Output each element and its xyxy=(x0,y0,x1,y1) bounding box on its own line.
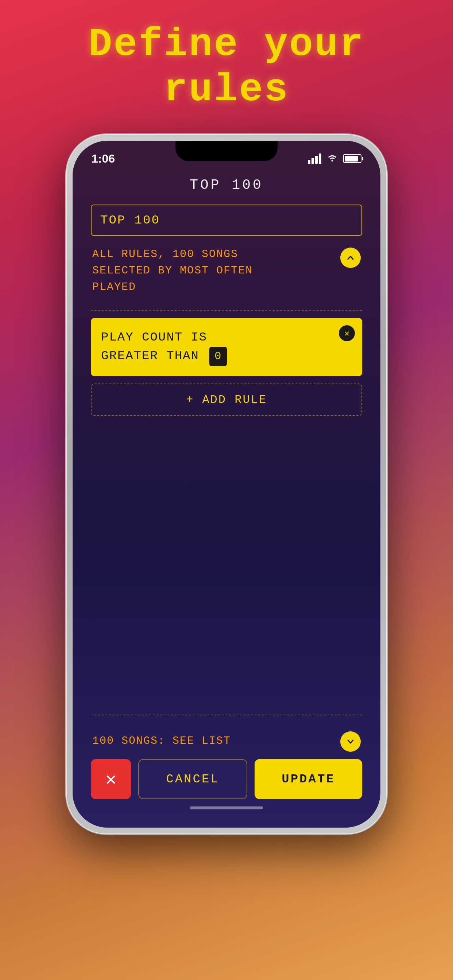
phone-frame: 1:06 xyxy=(66,134,387,834)
delete-icon: ✕ xyxy=(105,768,116,791)
status-icons xyxy=(308,153,362,165)
header-line1: Define your xyxy=(89,22,365,67)
action-buttons: ✕ CANCEL UPDATE xyxy=(91,759,362,799)
dashed-separator xyxy=(91,310,362,310)
delete-button[interactable]: ✕ xyxy=(91,759,131,799)
add-rule-button[interactable]: + ADD RULE xyxy=(91,383,362,416)
signal-strength-icon xyxy=(308,153,321,164)
rules-summary: ALL RULES, 100 SONGS SELECTED BY MOST OF… xyxy=(91,246,362,295)
wifi-icon xyxy=(327,153,338,165)
rule-value-badge[interactable]: 0 xyxy=(209,347,227,366)
app-content: TOP 100 ALL RULES, 100 SONGS SELECTED BY… xyxy=(73,170,380,707)
cancel-button[interactable]: CANCEL xyxy=(138,759,247,799)
bottom-area: 100 SONGS: SEE LIST ✕ CANCEL xyxy=(73,707,380,827)
phone-notch xyxy=(175,141,278,161)
header-line2: rules xyxy=(164,67,289,112)
update-button[interactable]: UPDATE xyxy=(255,759,362,799)
rule-card-text: PLAY COUNT IS GREATER THAN 0 xyxy=(101,328,352,366)
rules-summary-text: ALL RULES, 100 SONGS SELECTED BY MOST OF… xyxy=(92,246,340,295)
songs-count-row: 100 SONGS: SEE LIST xyxy=(91,722,362,759)
rule-close-button[interactable]: ✕ xyxy=(339,325,355,341)
songs-list-chevron-button[interactable] xyxy=(340,731,361,752)
status-time: 1:06 xyxy=(91,152,115,165)
bottom-dashed-separator xyxy=(91,714,362,715)
home-indicator xyxy=(190,807,263,810)
page-header-title: Define your rules xyxy=(89,22,365,112)
playlist-name-input[interactable] xyxy=(91,205,362,236)
phone-screen: 1:06 xyxy=(73,141,380,827)
songs-count-text: 100 SONGS: SEE LIST xyxy=(92,735,231,747)
battery-icon xyxy=(343,154,362,163)
spacer xyxy=(91,423,362,707)
screen-title: TOP 100 xyxy=(91,177,362,193)
rules-summary-chevron-button[interactable] xyxy=(340,248,361,268)
rule-card: ✕ PLAY COUNT IS GREATER THAN 0 xyxy=(91,318,362,376)
